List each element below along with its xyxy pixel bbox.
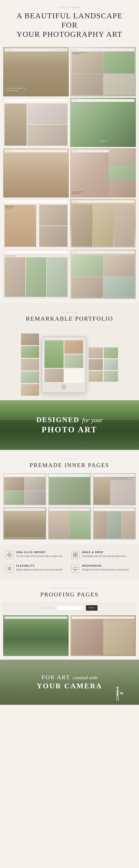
screen-1: CASSIA ANNE MAST based inCOPENHAGEN — [3, 47, 69, 96]
tablet-screen — [44, 340, 84, 383]
inner-page-1 — [3, 473, 46, 505]
inner-page-5 — [48, 507, 91, 539]
banner-designed: DESIGNED — [36, 415, 79, 424]
feature-one-click-desc: Get the entire demo content with a singl… — [16, 554, 62, 558]
feature-responsive-desc: Designed to look & feel stunning on all … — [82, 568, 129, 571]
svg-rect-9 — [76, 555, 77, 557]
feature-responsive-text: RESPONSIVE Designed to look & feel stunn… — [82, 564, 129, 571]
screen-9: CASSIA IN THIS STORY — [3, 249, 69, 299]
feature-flexibility-text: FLEXIBILITY Easily adapt any element on … — [16, 564, 63, 571]
figure-leg-left — [116, 696, 117, 701]
bottom-created-with: created with — [73, 675, 98, 680]
proofing-label: PASSWORD PROTECTED — [3, 587, 136, 589]
showcase-section: SHOWCASE REMARKABLE PORTFOLIO — [0, 303, 139, 329]
portfolio-thumb-3 — [21, 359, 39, 370]
bottom-banner-text: FOR ART created with YOUR CAMERA — [37, 674, 102, 690]
drag-drop-icon — [71, 551, 79, 559]
password-form-mock: PASSWORD ENTER — [41, 605, 97, 611]
portfolio-thumb-1 — [21, 334, 39, 345]
inner-page-4 — [3, 507, 46, 539]
screenshots-grid: CASSIA ANNE MAST based inCOPENHAGEN CASS… — [0, 43, 139, 302]
feature-drag-drop-desc: Compatible with the user-friendly Elemen… — [82, 554, 126, 558]
password-button-mock: ENTER — [86, 605, 98, 611]
feature-one-click-import: ONE-CLICK IMPORT Get the entire demo con… — [5, 551, 68, 559]
screen-6: CASSIA ONLINE STOREIN NATURE — [70, 148, 136, 197]
proofing-password-row: PASSWORD ENTER — [3, 602, 136, 613]
photo-art-banner: DESIGNED for your PHOTO ART — [0, 400, 139, 450]
proofing-grid: PASSWORD ENTER — [3, 602, 136, 656]
hero-title-line1: A BEAUTIFUL LANDSCAPE FOR — [16, 11, 123, 29]
bottom-your-camera: YOUR CAMERA — [37, 682, 102, 690]
bottom-for-art: FOR ART — [41, 674, 70, 681]
tablet-photo-3 — [64, 354, 83, 368]
feature-flexibility-title: FLEXIBILITY — [16, 564, 63, 567]
screen-4: CASSIA CASSIA — [70, 98, 136, 147]
feature-flexibility: FLEXIBILITY Easily adapt any element on … — [5, 564, 68, 572]
tablet-mockup — [41, 336, 86, 393]
portfolio-right-1 — [89, 347, 103, 358]
tablet-photo-4 — [44, 369, 64, 382]
svg-rect-8 — [73, 555, 75, 557]
proofing-photo-1 — [3, 615, 69, 656]
figure-head — [116, 687, 119, 689]
features-section: ONE-CLICK IMPORT Get the entire demo con… — [0, 544, 139, 579]
feature-responsive: RESPONSIVE Designed to look & feel stunn… — [71, 564, 134, 572]
showcase-label: SHOWCASE — [4, 312, 135, 314]
inner-pages-grid — [3, 473, 136, 539]
svg-rect-6 — [73, 553, 75, 555]
svg-rect-11 — [74, 567, 77, 569]
feature-flexibility-desc: Easily adapt any element on your new web… — [16, 568, 63, 571]
figure-silhouette — [114, 687, 121, 700]
portfolio-left-strip — [21, 334, 39, 396]
password-input-mock — [57, 605, 84, 611]
proofing-section: PASSWORD PROTECTED PROOFING PAGES PASSWO… — [0, 579, 139, 660]
responsive-icon — [71, 564, 79, 572]
screen-8: CASSIA — [70, 199, 136, 248]
figure-camera — [120, 692, 123, 694]
inner-page-6 — [93, 507, 136, 539]
feature-one-click-text: ONE-CLICK IMPORT Get the entire demo con… — [16, 551, 62, 558]
showcase-title: REMARKABLE PORTFOLIO — [4, 315, 135, 322]
portfolio-right-2 — [104, 347, 118, 358]
screen-3: CASSIA — [3, 98, 69, 147]
feature-one-click-title: ONE-CLICK IMPORT — [16, 551, 62, 554]
inner-page-3 — [93, 473, 136, 505]
screen-5: CASSIA — [3, 148, 69, 197]
tablet-home-button — [61, 384, 67, 390]
tablet-photo-main — [44, 340, 64, 368]
svg-rect-7 — [76, 553, 77, 555]
screen-7: CASSIA ADER NOTICETHAT A REA — [3, 199, 69, 248]
portfolio-thumb-5 — [21, 384, 39, 396]
inner-pages-title: PREMADE INNER PAGES — [3, 462, 136, 469]
svg-marker-10 — [8, 567, 11, 570]
inner-pages-label: MULTIUSE — [3, 458, 136, 460]
banner-for-your: for your — [82, 416, 103, 424]
hero-title-line2: YOUR PHOTOGRAPHY ART — [17, 30, 123, 38]
tablet-photo-2 — [64, 340, 83, 354]
portfolio-thumb-4 — [21, 371, 39, 383]
hero-title: A BEAUTIFUL LANDSCAPE FOR YOUR PHOTOGRAP… — [9, 11, 130, 39]
figure-leg-right — [118, 696, 119, 701]
svg-point-0 — [8, 553, 11, 557]
screen-2: CASSIA ONLINE PORTFOLIOTINA HAILT — [70, 47, 136, 96]
inner-page-2 — [48, 473, 91, 505]
portfolio-right-3 — [89, 359, 103, 370]
banner-photo-art: PHOTO ART — [36, 425, 103, 434]
inner-pages-section: MULTIUSE PREMADE INNER PAGES — [0, 450, 139, 544]
flexibility-icon — [5, 564, 13, 572]
figure-body — [117, 689, 118, 696]
banner-text: DESIGNED for your PHOTO ART — [36, 415, 103, 434]
portfolio-showcase — [0, 329, 139, 400]
figure-legs — [114, 696, 121, 701]
proofing-photo-2 — [70, 615, 136, 656]
portfolio-right-6 — [104, 371, 118, 382]
portfolio-right-grid — [89, 347, 118, 382]
screen-10: CASSIA — [70, 249, 136, 299]
svg-point-1 — [8, 554, 10, 556]
portfolio-right-5 — [89, 371, 103, 382]
portfolio-right-4 — [104, 359, 118, 370]
hero-theme-label: CASSIA THEME — [9, 6, 130, 8]
feature-responsive-title: RESPONSIVE — [82, 564, 129, 567]
feature-drag-drop-text: DRAG & DROP Compatible with the user-fri… — [82, 551, 126, 558]
feature-drag-drop: DRAG & DROP Compatible with the user-fri… — [71, 551, 134, 559]
